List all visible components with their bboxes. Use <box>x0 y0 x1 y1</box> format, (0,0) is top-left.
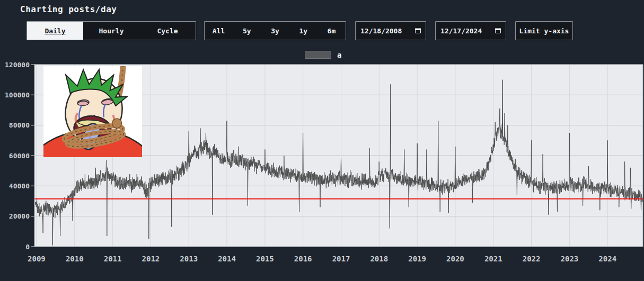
legend-swatch <box>305 51 331 59</box>
calendar-icon[interactable] <box>415 28 421 33</box>
start-date-value: 12/18/2008 <box>360 27 402 35</box>
start-date-input[interactable]: 12/18/2008 <box>355 21 426 40</box>
end-date-value: 12/17/2024 <box>440 27 482 35</box>
svg-text:2010: 2010 <box>66 255 84 263</box>
svg-text:20000: 20000 <box>9 212 30 220</box>
range-all-button[interactable]: All <box>205 22 233 40</box>
range-3y-button[interactable]: 3y <box>261 22 289 40</box>
svg-text:2014: 2014 <box>218 255 236 263</box>
end-date-input[interactable]: 12/17/2024 <box>435 21 506 40</box>
tab-cycle[interactable]: Cycle <box>139 22 196 40</box>
hanged-wojak-meme-image <box>43 66 142 157</box>
limit-y-axis-button[interactable]: Limit y-axis <box>515 21 573 40</box>
svg-text:2011: 2011 <box>104 255 122 263</box>
svg-text:60000: 60000 <box>9 152 30 160</box>
svg-text:2023: 2023 <box>561 255 579 263</box>
svg-text:120000: 120000 <box>5 61 30 69</box>
svg-text:2022: 2022 <box>523 255 541 263</box>
svg-text:2021: 2021 <box>484 255 502 263</box>
svg-text:2015: 2015 <box>256 255 274 263</box>
tab-daily[interactable]: Daily <box>27 22 83 40</box>
svg-text:2020: 2020 <box>446 255 464 263</box>
range-1y-button[interactable]: 1y <box>289 22 317 40</box>
range-6m-button[interactable]: 6m <box>317 22 346 40</box>
range-5y-button[interactable]: 5y <box>233 22 261 40</box>
tab-hourly[interactable]: Hourly <box>83 22 139 40</box>
svg-text:2024: 2024 <box>598 255 616 263</box>
charting-page: { "page": { "title": "Charting posts/day… <box>0 0 644 281</box>
svg-text:2009: 2009 <box>28 255 46 263</box>
svg-text:2016: 2016 <box>294 255 312 263</box>
svg-text:2012: 2012 <box>142 255 160 263</box>
page-title: Charting posts/day <box>20 4 117 14</box>
svg-text:2017: 2017 <box>332 255 350 263</box>
svg-text:2013: 2013 <box>180 255 198 263</box>
svg-text:2019: 2019 <box>408 255 426 263</box>
calendar-icon[interactable] <box>495 28 501 33</box>
svg-text:2018: 2018 <box>370 255 388 263</box>
svg-text:0: 0 <box>25 243 30 251</box>
svg-text:40000: 40000 <box>9 182 30 190</box>
svg-text:80000: 80000 <box>9 121 30 129</box>
time-range-button-group: All 5y 3y 1y 6m <box>204 21 346 40</box>
svg-text:100000: 100000 <box>5 91 30 99</box>
view-mode-button-group: Daily Hourly Cycle <box>27 21 196 40</box>
